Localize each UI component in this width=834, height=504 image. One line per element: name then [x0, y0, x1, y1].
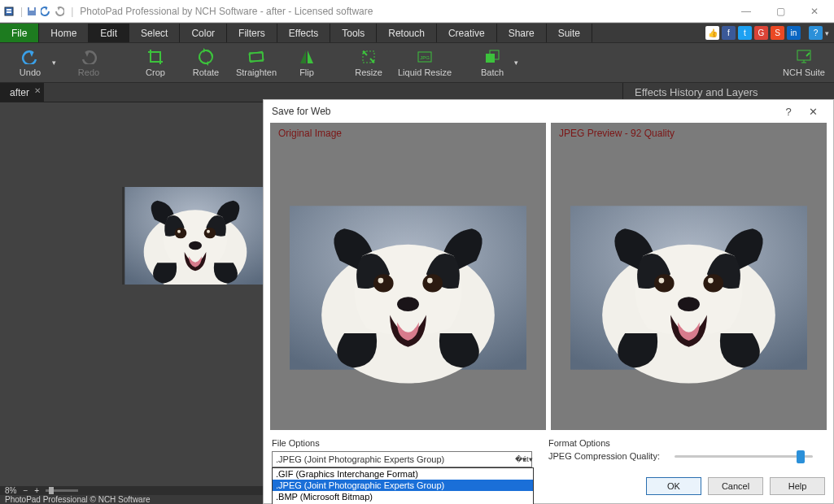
tab-edit[interactable]: Edit — [89, 24, 129, 42]
straighten-button[interactable]: Straighten — [231, 43, 282, 82]
preview-row: Original Image — [264, 123, 833, 435]
label: Crop — [146, 67, 165, 77]
tab-suite[interactable]: Suite — [547, 24, 592, 42]
liquid-resize-button[interactable]: JPG Liquid Resize — [394, 43, 456, 82]
dialog-help-button[interactable]: ? — [776, 106, 801, 118]
format-option-jpeg[interactable]: .JPEG (Joint Photographic Experts Group) — [273, 480, 533, 491]
rotate-button[interactable]: Rotate — [181, 43, 231, 82]
original-image — [290, 165, 526, 411]
tab-share[interactable]: Share — [497, 24, 547, 42]
googleplus-icon[interactable]: G — [754, 26, 768, 40]
titlebar: | | PhotoPad Professional by NCH Softwar… — [0, 0, 834, 23]
label: Undo — [20, 67, 41, 77]
file-format-dropdown-list: .GIF (Graphics Interchange Format) .JPEG… — [272, 467, 534, 504]
dialog-titlebar: Save for Web ? ✕ — [264, 100, 833, 123]
label: Liquid Resize — [398, 67, 452, 77]
image-canvas[interactable] — [122, 187, 269, 285]
original-label: Original Image — [270, 123, 546, 146]
preview-label: JPEG Preview - 92 Quality — [551, 123, 827, 146]
flip-button[interactable]: Flip — [282, 43, 332, 82]
label: Resize — [355, 67, 382, 77]
flip-icon — [298, 48, 316, 66]
svg-rect-1 — [7, 9, 11, 11]
twitter-icon[interactable]: t — [738, 26, 752, 40]
tab-tools[interactable]: Tools — [330, 24, 377, 42]
close-button[interactable]: ✕ — [798, 2, 831, 21]
thumbs-up-icon[interactable]: 👍 — [705, 26, 719, 40]
svg-point-31 — [703, 274, 723, 292]
maximize-button[interactable]: ▢ — [764, 2, 797, 21]
slider-thumb[interactable] — [797, 450, 805, 463]
label: Flip — [299, 67, 314, 77]
help-icon[interactable]: ? — [809, 26, 823, 40]
facebook-icon[interactable]: f — [722, 26, 736, 40]
redo-button[interactable]: Redo — [63, 43, 114, 82]
stumble-icon[interactable]: S — [771, 26, 784, 40]
document-tab-after[interactable]: after ✕ — [0, 83, 44, 102]
svg-point-19 — [189, 241, 202, 250]
batch-icon — [483, 48, 501, 66]
tab-filters[interactable]: Filters — [227, 24, 277, 42]
quality-slider[interactable] — [675, 455, 813, 458]
crop-button[interactable]: Crop — [130, 43, 181, 82]
options-row: File Options .JPEG (Joint Photographic E… — [264, 435, 833, 472]
batch-dropdown-icon[interactable]: ▾ — [514, 59, 522, 67]
svg-rect-2 — [7, 11, 11, 13]
file-format-select[interactable]: .JPEG (Joint Photographic Experts Group)… — [272, 451, 532, 467]
chevron-down-icon: ▾ — [518, 454, 530, 465]
tab-select[interactable]: Select — [129, 24, 180, 42]
cancel-button[interactable]: Cancel — [708, 477, 763, 495]
svg-point-16 — [177, 230, 181, 233]
format-option-bmp[interactable]: .BMP (Microsoft Bitmap) — [273, 491, 533, 502]
crop-icon — [146, 48, 164, 66]
select-value: .JPEG (Joint Photographic Experts Group) — [276, 454, 444, 464]
dialog-close-button[interactable]: ✕ — [801, 106, 825, 118]
svg-rect-4 — [29, 7, 34, 11]
tab-creative[interactable]: Creative — [437, 24, 497, 42]
svg-point-33 — [678, 297, 700, 311]
ok-button[interactable]: OK — [646, 477, 701, 495]
compression-label: JPEG Compression Quality: — [548, 451, 665, 461]
help-button[interactable]: Help — [770, 477, 825, 495]
linkedin-icon[interactable]: in — [787, 26, 801, 40]
batch-button[interactable]: Batch — [467, 43, 517, 82]
undo-dropdown-icon[interactable]: ▾ — [52, 59, 60, 67]
tab-color[interactable]: Color — [180, 24, 227, 42]
help-dropdown-icon[interactable]: ▾ — [825, 29, 829, 37]
app-menu-icon[interactable] — [3, 6, 15, 17]
liquid-resize-icon: JPG — [416, 48, 434, 66]
tab-file[interactable]: File — [0, 24, 39, 42]
label: Redo — [78, 67, 99, 77]
file-options-label: File Options — [272, 438, 534, 448]
label: Batch — [481, 67, 504, 77]
close-icon[interactable]: ✕ — [34, 86, 41, 95]
rotate-icon — [197, 48, 215, 66]
nchsuite-button[interactable]: NCH Suite — [779, 43, 829, 82]
label: Straighten — [236, 67, 277, 77]
undo-button[interactable]: Undo — [5, 43, 55, 82]
svg-point-22 — [373, 274, 394, 292]
svg-point-30 — [659, 278, 665, 284]
save-for-web-dialog: Save for Web ? ✕ Original Image — [263, 99, 834, 504]
svg-text:JPG: JPG — [420, 55, 430, 60]
footer-text: PhotoPad Professional © NCH Software — [5, 495, 151, 504]
zoom-slider[interactable] — [46, 489, 78, 492]
dog-image — [122, 187, 269, 285]
tab-effects[interactable]: Effects — [277, 24, 330, 42]
undo-icon[interactable] — [40, 6, 51, 17]
doctab-label: after — [10, 87, 29, 98]
tab-home[interactable]: Home — [39, 24, 89, 42]
jpeg-preview-panel: JPEG Preview - 92 Quality — [551, 123, 827, 430]
svg-point-18 — [207, 230, 210, 233]
zoom-out-button[interactable]: − — [23, 486, 28, 495]
save-icon[interactable] — [26, 6, 37, 17]
minimize-button[interactable]: — — [730, 2, 762, 21]
format-option-gif[interactable]: .GIF (Graphics Interchange Format) — [273, 468, 533, 480]
redo-icon[interactable] — [54, 6, 65, 17]
straighten-icon — [247, 48, 265, 66]
format-options-label: Format Options — [548, 438, 825, 448]
zoom-in-button[interactable]: + — [34, 486, 39, 495]
resize-button[interactable]: Resize — [343, 43, 394, 82]
sep: | — [71, 6, 73, 17]
tab-retouch[interactable]: Retouch — [377, 24, 437, 42]
